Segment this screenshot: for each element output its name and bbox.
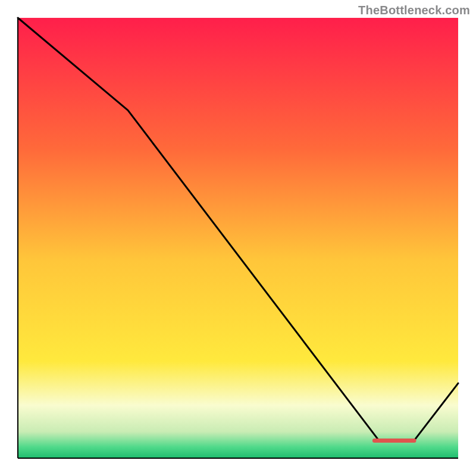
attribution-label: TheBottleneck.com [358, 4, 470, 17]
plot-background [18, 18, 458, 458]
chart-svg [0, 0, 476, 476]
chart-container: TheBottleneck.com [0, 0, 476, 476]
